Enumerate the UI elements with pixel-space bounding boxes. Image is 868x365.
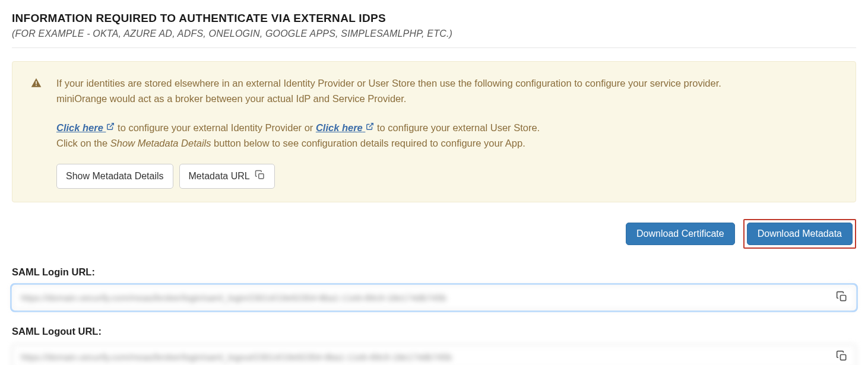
saml-logout-url-group: SAML Logout URL: https://domain.xecurify…: [12, 326, 856, 365]
saml-login-url-group: SAML Login URL: https://domain.xecurify.…: [12, 266, 856, 310]
svg-rect-4: [258, 174, 263, 179]
saml-logout-url-input[interactable]: https://domain.xecurify.com/moas/broker/…: [12, 344, 856, 365]
link-configure-userstore[interactable]: Click here: [316, 122, 374, 133]
warning-icon: [30, 77, 42, 92]
copy-saml-logout-url-button[interactable]: [836, 350, 848, 364]
saml-login-url-input-wrap: https://domain.xecurify.com/moas/broker/…: [12, 285, 856, 310]
alert-intro-2: miniOrange would act as a broker between…: [56, 93, 406, 104]
metadata-url-button[interactable]: Metadata URL: [179, 164, 275, 189]
copy-icon: [255, 170, 265, 183]
download-metadata-highlight: Download Metadata: [743, 219, 856, 249]
saml-logout-url-label: SAML Logout URL:: [12, 326, 856, 337]
external-link-icon: [366, 123, 374, 132]
svg-rect-6: [841, 354, 846, 360]
alert-cfg-idp-text: to configure your external Identity Prov…: [115, 122, 315, 133]
info-alert: If your identities are stored elsewhere …: [12, 61, 856, 202]
show-metadata-details-button[interactable]: Show Metadata Details: [56, 164, 173, 189]
section-title: INFORMATION REQUIRED TO AUTHENTICATE VIA…: [12, 12, 856, 25]
download-action-row: Download Certificate Download Metadata: [12, 219, 856, 249]
metadata-url-label: Metadata URL: [189, 171, 250, 182]
alert-meta-prefix: Click on the: [56, 138, 110, 148]
svg-line-3: [369, 123, 373, 127]
link-configure-idp[interactable]: Click here: [56, 122, 115, 133]
external-link-icon: [106, 123, 115, 132]
alert-content: If your identities are stored elsewhere …: [56, 76, 838, 189]
alert-intro-1: If your identities are stored elsewhere …: [56, 78, 721, 88]
alert-cfg-userstore-text: to configure your external User Store.: [374, 122, 540, 133]
svg-line-2: [110, 123, 113, 127]
saml-logout-url-input-wrap: https://domain.xecurify.com/moas/broker/…: [12, 344, 856, 365]
alert-meta-button-name: Show Metadata Details: [110, 138, 211, 148]
copy-saml-login-url-button[interactable]: [836, 291, 848, 305]
svg-rect-1: [36, 85, 37, 86]
svg-rect-5: [841, 295, 846, 300]
section-subtitle: (FOR EXAMPLE - OKTA, AZURE AD, ADFS, ONE…: [12, 28, 856, 39]
section-divider: [12, 47, 856, 48]
svg-rect-0: [36, 81, 37, 84]
saml-login-url-input[interactable]: https://domain.xecurify.com/moas/broker/…: [12, 285, 856, 310]
download-certificate-button[interactable]: Download Certificate: [626, 223, 735, 245]
saml-login-url-label: SAML Login URL:: [12, 266, 856, 278]
download-metadata-button[interactable]: Download Metadata: [747, 223, 853, 245]
alert-meta-suffix: button below to see configuration detail…: [211, 138, 525, 148]
